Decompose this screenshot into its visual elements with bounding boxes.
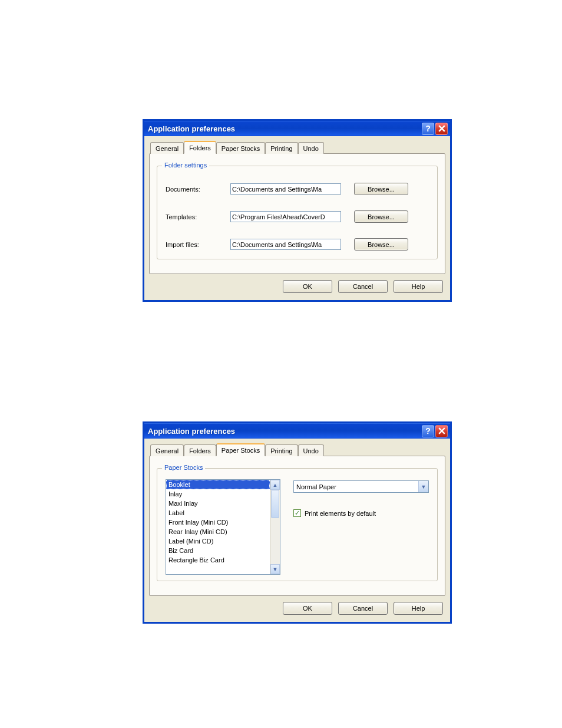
tabstrip: General Folders Paper Stocks Printing Un…: [149, 443, 445, 456]
import-input[interactable]: [230, 239, 341, 250]
dialog-button-row: OK Cancel Help: [149, 274, 445, 295]
listbox-items: Booklet Inlay Maxi Inlay Label Front Inl…: [166, 480, 270, 574]
scroll-up-icon[interactable]: ▲: [270, 480, 280, 490]
templates-label: Templates:: [166, 213, 230, 220]
dialog-client: General Folders Paper Stocks Printing Un…: [144, 136, 450, 300]
titlebar[interactable]: Application preferences ?: [144, 121, 450, 136]
paper-stocks-group: Paper Stocks Booklet Inlay Maxi Inlay La…: [157, 468, 438, 581]
templates-row: Templates: Browse...: [166, 210, 429, 223]
ok-button[interactable]: OK: [283, 602, 332, 615]
tab-folders[interactable]: Folders: [184, 141, 216, 154]
preferences-dialog-paper-stocks: Application preferences ? General Folder…: [143, 421, 452, 624]
import-label: Import files:: [166, 241, 230, 248]
list-item[interactable]: Rectangle Biz Card: [166, 555, 270, 565]
combobox-value: Normal Paper: [294, 483, 418, 490]
print-default-row: ✓ Print elements by default: [293, 509, 429, 517]
titlebar[interactable]: Application preferences ?: [144, 423, 450, 439]
list-item[interactable]: Biz Card: [166, 546, 270, 555]
tab-general[interactable]: General: [150, 142, 184, 154]
print-default-label: Print elements by default: [305, 510, 376, 517]
help-button[interactable]: Help: [394, 280, 443, 293]
tab-general[interactable]: General: [150, 444, 184, 456]
templates-input[interactable]: [230, 211, 341, 222]
tab-printing[interactable]: Printing: [265, 142, 297, 154]
templates-browse-button[interactable]: Browse...: [354, 210, 408, 223]
cancel-button[interactable]: Cancel: [338, 280, 388, 293]
import-row: Import files: Browse...: [166, 238, 429, 251]
tab-panel: Paper Stocks Booklet Inlay Maxi Inlay La…: [149, 456, 445, 596]
tab-paper-stocks[interactable]: Paper Stocks: [216, 443, 265, 456]
paper-type-combobox[interactable]: Normal Paper ▼: [293, 480, 429, 493]
documents-input[interactable]: [230, 183, 341, 195]
chevron-down-icon[interactable]: ▼: [418, 481, 428, 492]
documents-browse-button[interactable]: Browse...: [354, 183, 408, 195]
documents-label: Documents:: [166, 186, 230, 193]
tab-undo[interactable]: Undo: [298, 444, 324, 456]
tab-folders[interactable]: Folders: [184, 444, 216, 456]
window-title: Application preferences: [148, 427, 421, 436]
tab-printing[interactable]: Printing: [265, 444, 297, 456]
group-legend: Folder settings: [162, 162, 209, 169]
scroll-thumb[interactable]: [271, 490, 279, 518]
help-icon[interactable]: ?: [422, 123, 434, 135]
close-icon[interactable]: [435, 123, 448, 135]
list-item[interactable]: Maxi Inlay: [166, 499, 270, 508]
group-legend: Paper Stocks: [162, 464, 205, 471]
scroll-down-icon[interactable]: ▼: [270, 564, 280, 574]
list-item[interactable]: Front Inlay (Mini CD): [166, 518, 270, 527]
help-icon[interactable]: ?: [422, 425, 434, 437]
print-default-checkbox[interactable]: ✓: [293, 509, 301, 517]
list-item[interactable]: Booklet: [166, 480, 270, 489]
help-button[interactable]: Help: [394, 602, 443, 615]
ok-button[interactable]: OK: [283, 280, 332, 293]
list-item[interactable]: Label: [166, 508, 270, 518]
close-icon[interactable]: [435, 425, 448, 437]
window-title: Application preferences: [148, 124, 421, 133]
dialog-client: General Folders Paper Stocks Printing Un…: [144, 439, 450, 622]
list-item[interactable]: Inlay: [166, 489, 270, 499]
paper-stocks-listbox[interactable]: Booklet Inlay Maxi Inlay Label Front Inl…: [166, 479, 280, 575]
preferences-dialog-folders: Application preferences ? General Folder…: [143, 119, 452, 302]
list-item[interactable]: Rear Inlay (Mini CD): [166, 527, 270, 536]
tab-panel: Folder settings Documents: Browse... Tem…: [149, 153, 445, 274]
list-item[interactable]: Label (Mini CD): [166, 536, 270, 546]
import-browse-button[interactable]: Browse...: [354, 238, 408, 251]
dialog-button-row: OK Cancel Help: [149, 596, 445, 617]
tab-undo[interactable]: Undo: [298, 142, 324, 154]
stock-settings: Normal Paper ▼ ✓ Print elements by defau…: [293, 479, 429, 575]
tab-paper-stocks[interactable]: Paper Stocks: [216, 142, 265, 154]
vertical-scrollbar[interactable]: ▲ ▼: [270, 480, 280, 574]
documents-row: Documents: Browse...: [166, 183, 429, 195]
cancel-button[interactable]: Cancel: [338, 602, 388, 615]
tabstrip: General Folders Paper Stocks Printing Un…: [149, 141, 445, 154]
scroll-track[interactable]: [270, 490, 280, 564]
folder-settings-group: Folder settings Documents: Browse... Tem…: [157, 166, 438, 259]
